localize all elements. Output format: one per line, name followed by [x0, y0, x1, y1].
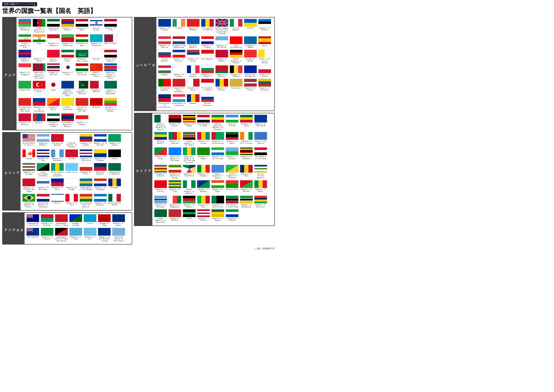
flag-item-sd: The Republic of the Sudan — [254, 147, 268, 163]
flag-label-ph: Republic of the Philippines — [32, 106, 46, 112]
flag-label-tj: Republic of Tajikistan — [75, 72, 89, 76]
flag-item-fr: French Republic — [186, 65, 200, 77]
flag-image-pl — [258, 65, 271, 73]
flag-image-ph — [33, 98, 46, 106]
flag-label-bb: Barbados — [111, 187, 118, 189]
flag-image-lc — [65, 163, 78, 171]
flag-image-gw — [211, 132, 224, 140]
flag-image-lb — [76, 113, 89, 121]
flag-item-lc: Saint Lucia — [65, 163, 79, 177]
flag-label-tm: Turkmenistan — [19, 89, 31, 91]
flag-item-ie: Ireland — [172, 19, 186, 35]
flag-item-ro: Romania — [186, 94, 200, 108]
flag-label-bg: Republic of Bulgaria — [201, 74, 215, 77]
flag-image-lu — [173, 94, 185, 102]
flag-image-qa — [104, 34, 117, 42]
flag-label-kp: Democratic People's Republic of Korea — [104, 72, 118, 79]
flag-image-sv — [94, 134, 107, 142]
flag-item-ng: Federal Republic of Nigeria — [182, 180, 196, 194]
flag-image-sd — [254, 147, 267, 155]
flag-image-ir: الله — [18, 34, 31, 42]
flag-label-tz: United Republic of Tanzania — [225, 173, 239, 179]
flag-image-az — [18, 19, 31, 27]
flag-label-lu: Grand Duchy of Luxembourg — [172, 103, 186, 106]
flag-label-ao: Republic of Angola — [168, 123, 182, 127]
flag-label-mr: Islamic Republic of Mauritania — [154, 218, 167, 223]
svg-rect-46 — [23, 149, 26, 157]
flag-item-tj: Republic of Tajikistan — [75, 63, 89, 79]
flag-item-bg: Republic of Bulgaria — [201, 65, 215, 77]
flag-image-rw — [211, 209, 224, 217]
flag-item-eg: Arab Republic of Egypt — [197, 115, 210, 131]
flag-label-za: Republic of South Africa — [211, 204, 225, 208]
flag-label-pt: Portuguese Republic — [158, 87, 172, 91]
flag-image-ht — [51, 178, 64, 186]
flag-label-il: State of Israel — [89, 27, 103, 31]
flag-image-si — [173, 50, 185, 58]
flag-image-na — [197, 180, 210, 188]
flag-label-cu: Republic of Cuba — [36, 158, 50, 161]
flag-item-cz: Czech Republic — [201, 50, 215, 64]
svg-point-51 — [27, 196, 31, 200]
flag-image-zm — [197, 147, 210, 155]
flag-label-ht: Republic of Haiti — [50, 187, 64, 191]
flag-image-ag — [51, 134, 64, 142]
flag-label-ie: Ireland — [176, 27, 182, 29]
flag-item-mg: Republic of Madagascar — [168, 196, 182, 208]
flag-image-cd — [168, 147, 181, 155]
flag-item-hu: Hungary — [158, 65, 172, 77]
svg-text:★: ★ — [91, 64, 93, 67]
footer: ✦ 地図・路線図職工所 — [2, 247, 275, 250]
flag-image-fi — [173, 65, 185, 73]
flag-item-pa: Republic of Panama — [65, 178, 79, 192]
flag-label-gw: Republic of Guinea-Bissau — [211, 140, 225, 144]
svg-rect-4 — [90, 19, 103, 27]
flag-label-gr: Hellenic Republic — [186, 45, 200, 49]
flag-label-td: Republic of Chad — [239, 173, 253, 177]
flag-item-ci: Republic of Cote d'Ivoire — [239, 132, 253, 146]
svg-rect-5 — [90, 20, 103, 21]
flag-item-bs: Commonwealth of The Bahamas — [79, 178, 93, 192]
flag-image-lr — [197, 209, 210, 217]
flag-label-ar: Argentine Republic — [36, 142, 50, 146]
flag-item-il: State of Israel — [89, 19, 103, 33]
flag-image-au — [26, 214, 39, 222]
flag-label-fm: Federated States of Micronesia — [112, 236, 125, 242]
flag-image-sl — [211, 147, 224, 155]
flag-image-bw — [154, 196, 167, 203]
flag-label-dm: Commonwealth of Dominica — [108, 171, 122, 175]
svg-rect-43 — [23, 141, 35, 142]
flag-item-gh: Republic of Ghana — [239, 115, 253, 131]
flag-label-am: Republic of Armenia — [61, 27, 75, 31]
flag-label-ly: Libya — [187, 218, 191, 219]
flag-label-zw: Republic of Zimbabwe — [239, 156, 253, 160]
flag-image-kz — [90, 34, 103, 42]
flag-item-ki: Republic of Kiribati — [40, 214, 54, 226]
flag-label-cl: Republic of Chile — [79, 171, 93, 175]
flag-label-bo: Plurinational State of Bolivia — [79, 202, 93, 208]
svg-text:☽★: ☽★ — [80, 83, 84, 86]
flag-image-jm — [108, 149, 121, 157]
flag-item-pl: Republic of Poland — [258, 65, 272, 77]
flag-item-sc: Republic of Seychelles — [182, 165, 196, 179]
flag-image-vn — [76, 98, 89, 106]
america-flags: United States of AmericaArgentine Republ… — [22, 134, 131, 209]
svg-rect-15 — [33, 40, 45, 42]
flag-label-cd: Democratic Republic of the Congo — [168, 156, 182, 161]
flag-item-cl: Republic of Chile — [79, 163, 93, 177]
flag-image-lv — [244, 79, 257, 87]
flag-label-tt: Republic of Trinidad and Tobago — [22, 187, 36, 192]
flag-image-er — [226, 115, 239, 123]
flag-item-zm: Republic of Zambia — [197, 147, 210, 163]
flag-item-tl: The Democratic Republic of Timor-Leste — [18, 98, 32, 112]
flag-image-am — [61, 19, 74, 27]
flag-item-ug: Republic of Uganda — [182, 115, 196, 131]
flag-item-sa: لا إله إلا اللهKingdom of Saudi Arabia — [75, 50, 89, 62]
europe-content: Republic of IcelandIrelandRepublic of Al… — [156, 17, 274, 111]
flag-label-br: Federative Republic of Brazil — [22, 202, 36, 208]
flag-label-tn: Republic of Tunisia — [154, 189, 167, 192]
flag-image-tr: ☽ — [33, 81, 46, 89]
flag-label-kh: Kingdom of Cambodia — [18, 58, 32, 62]
svg-rect-14 — [33, 34, 45, 37]
flag-item-ye: Republic of Yemen — [75, 19, 89, 33]
